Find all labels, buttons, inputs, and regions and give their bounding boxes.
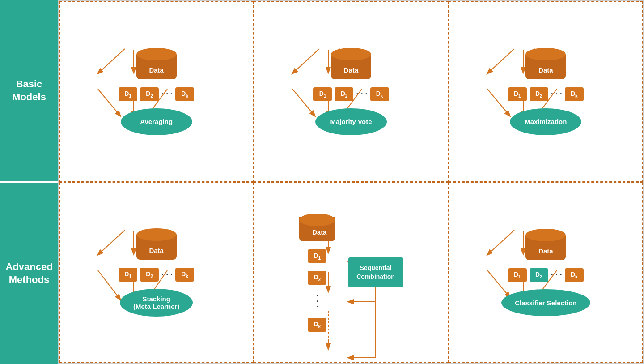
maximization-d2: D2 <box>530 87 548 101</box>
maximization-data-label: Data <box>525 66 566 74</box>
stacking-data-label: Data <box>136 247 177 254</box>
basic-models-label: Basic Models <box>0 0 58 181</box>
classifier-data-label: Data <box>525 247 566 255</box>
maximization-d1: D1 <box>508 87 527 101</box>
classifier-data-cylinder: Data <box>525 229 566 260</box>
maximization-cell: Data D1 D2 · · · Dk Maximization <box>449 1 643 182</box>
main-container: Basic Models Advanced Methods <box>0 0 644 364</box>
seq-d2: D2 <box>308 271 326 285</box>
seq-dk: Dk <box>308 318 326 332</box>
majority-vote-d-row: D1 D2 · · · Dk <box>313 87 389 101</box>
averaging-d-row: D1 D2 · · · Dk <box>119 87 194 101</box>
averaging-dk: Dk <box>175 87 194 101</box>
stacking-d2: D2 <box>140 268 159 282</box>
averaging-d1: D1 <box>119 87 137 101</box>
majority-dots: · · · <box>356 90 367 99</box>
label-column: Basic Models Advanced Methods <box>0 0 58 364</box>
averaging-data-label: Data <box>136 66 177 74</box>
stacking-cell: Data D1 D2 · · · Dk Stacking (Meta Learn… <box>59 182 254 364</box>
maximization-d-row: D1 D2 · · · Dk <box>508 87 584 101</box>
averaging-data-cylinder: Data <box>136 48 177 79</box>
majority-vote-cell: Data D1 D2 · · · Dk Majority Vote <box>254 1 448 182</box>
advanced-methods-label: Advanced Methods <box>0 181 58 364</box>
classifier-d-row: D1 D2 · · · Dk <box>508 268 584 282</box>
seq-data-label: Data <box>299 228 339 236</box>
majority-d2: D2 <box>335 87 353 101</box>
majority-d1: D1 <box>313 87 332 101</box>
stacking-content: Data D1 D2 · · · Dk Stacking (Meta Learn… <box>64 192 248 354</box>
maximization-output: Maximization <box>510 108 581 135</box>
stacking-d-row: D1 D2 · · · Dk <box>119 268 194 282</box>
maximization-content: Data D1 D2 · · · Dk Maximization <box>454 11 638 172</box>
majority-vote-output: Majority Vote <box>315 108 387 135</box>
stacking-data-cylinder: Data <box>136 228 177 260</box>
stacking-d1: D1 <box>119 268 137 282</box>
sequential-cell: Data D1 D2 · · · Dk <box>254 182 448 364</box>
maximization-dk: Dk <box>565 87 584 101</box>
averaging-content: Data D1 D2 · · · Dk Averaging <box>64 11 248 172</box>
classifier-dk: Dk <box>565 268 584 282</box>
majority-vote-content: Data D1 D2 · · · Dk Majority Vote <box>259 11 443 172</box>
maximization-dots: · · · <box>551 90 562 99</box>
seq-data-cylinder: Data <box>299 214 335 241</box>
classifier-selection-content: Data D1 D2 · · · Dk Classifier Selection <box>454 192 638 354</box>
classifier-d1: D1 <box>508 268 527 282</box>
averaging-output: Averaging <box>121 108 192 135</box>
maximization-data-cylinder: Data <box>525 48 566 79</box>
sequential-combination-output: Sequential Combination <box>348 257 403 287</box>
averaging-d2: D2 <box>140 87 159 101</box>
stacking-output: Stacking (Meta Learner) <box>120 289 193 317</box>
classifier-dots: · · · <box>551 270 562 280</box>
averaging-dots: · · · <box>161 90 173 99</box>
majority-dk: Dk <box>370 87 389 101</box>
stacking-dk: Dk <box>175 268 194 282</box>
seq-d1: D1 <box>308 249 326 263</box>
diagram-grid: Data D1 D2 · · · Dk Averaging <box>58 0 644 364</box>
majority-vote-data-label: Data <box>331 66 371 74</box>
classifier-selection-cell: Data D1 D2 · · · Dk Classifier Selection <box>449 182 643 364</box>
classifier-d2: D2 <box>530 268 548 282</box>
majority-vote-data-cylinder: Data <box>331 48 371 79</box>
classifier-selection-output: Classifier Selection <box>501 289 590 316</box>
stacking-dots: · · · <box>161 270 173 279</box>
averaging-cell: Data D1 D2 · · · Dk Averaging <box>59 1 254 182</box>
